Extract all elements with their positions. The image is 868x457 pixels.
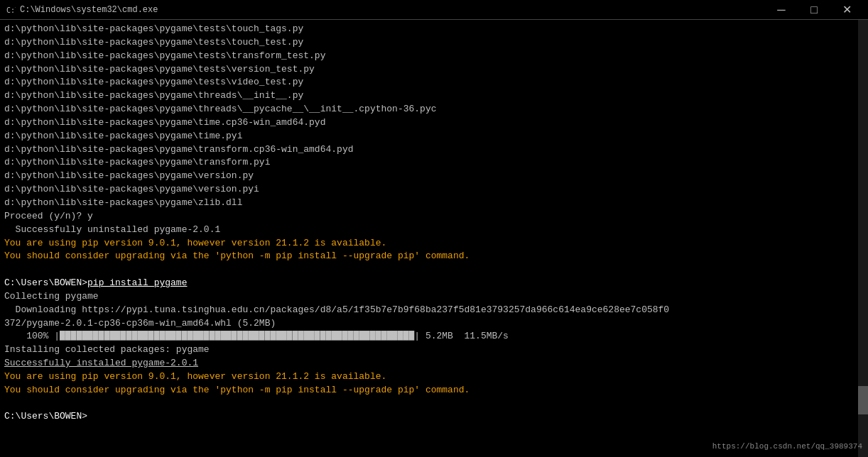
watermark: https://blog.csdn.net/qq_3989374: [712, 441, 862, 453]
scrollbar[interactable]: [858, 20, 868, 457]
window: C:\ C:\Windows\system32\cmd.exe ─ □ ✕ d:…: [0, 0, 868, 457]
line-9: d:\python\lib\site-packages\pygame\time.…: [4, 130, 864, 143]
line-18-warning2: You should consider upgrading via the 'p…: [4, 250, 864, 263]
line-25: Installing collected packages: pygame: [4, 343, 864, 357]
svg-text:C:\: C:\: [6, 6, 16, 14]
terminal-output: d:\python\lib\site-packages\pygame\tests…: [0, 20, 868, 457]
line-7: d:\python\lib\site-packages\pygame\threa…: [4, 103, 864, 116]
line-15: Proceed (y/n)? y: [4, 210, 864, 224]
line-1: d:\python\lib\site-packages\pygame\tests…: [4, 23, 864, 36]
line-4: d:\python\lib\site-packages\pygame\tests…: [4, 63, 864, 77]
line-27-warning3: You are using pip version 9.0.1, however…: [4, 370, 864, 384]
line-12: d:\python\lib\site-packages\pygame\versi…: [4, 170, 864, 183]
line-28-warning4: You should consider upgrading via the 'p…: [4, 384, 864, 397]
line-10: d:\python\lib\site-packages\pygame\trans…: [4, 143, 864, 157]
minimize-button[interactable]: ─: [766, 2, 797, 18]
line-8: d:\python\lib\site-packages\pygame\time.…: [4, 116, 864, 130]
line-30-prompt: C:\Users\BOWEN>: [4, 410, 864, 424]
titlebar-left: C:\ C:\Windows\system32\cmd.exe: [6, 5, 158, 15]
cmd-icon: C:\: [6, 5, 16, 15]
line-16: Successfully uninstalled pygame-2.0.1: [4, 224, 864, 237]
line-11: d:\python\lib\site-packages\pygame\trans…: [4, 156, 864, 170]
line-23: 372/pygame-2.0.1-cp36-cp36m-win_amd64.wh…: [4, 317, 864, 331]
line-19-blank: [4, 263, 864, 277]
line-21: Collecting pygame: [4, 290, 864, 304]
line-20-cmd: C:\Users\BOWEN>pip install pygame: [4, 277, 864, 290]
window-title: C:\Windows\system32\cmd.exe: [20, 5, 158, 15]
line-24-progress: 100% |██████████████████████████████████…: [4, 330, 864, 343]
titlebar: C:\ C:\Windows\system32\cmd.exe ─ □ ✕: [0, 0, 868, 20]
line-14: d:\python\lib\site-packages\pygame\zlib.…: [4, 197, 864, 210]
line-17-warning1: You are using pip version 9.0.1, however…: [4, 237, 864, 250]
line-29-blank: [4, 397, 864, 411]
line-3: d:\python\lib\site-packages\pygame\tests…: [4, 50, 864, 63]
scrollbar-thumb[interactable]: [858, 386, 868, 414]
line-5: d:\python\lib\site-packages\pygame\tests…: [4, 76, 864, 89]
close-button[interactable]: ✕: [831, 2, 862, 18]
line-13: d:\python\lib\site-packages\pygame\versi…: [4, 183, 864, 197]
line-2: d:\python\lib\site-packages\pygame\tests…: [4, 36, 864, 50]
maximize-button[interactable]: □: [798, 2, 830, 18]
line-6: d:\python\lib\site-packages\pygame\threa…: [4, 89, 864, 103]
line-22: Downloading https://pypi.tuna.tsinghua.e…: [4, 304, 864, 317]
line-26-success: Successfully installed pygame-2.0.1: [4, 357, 864, 370]
window-controls[interactable]: ─ □ ✕: [766, 2, 862, 18]
